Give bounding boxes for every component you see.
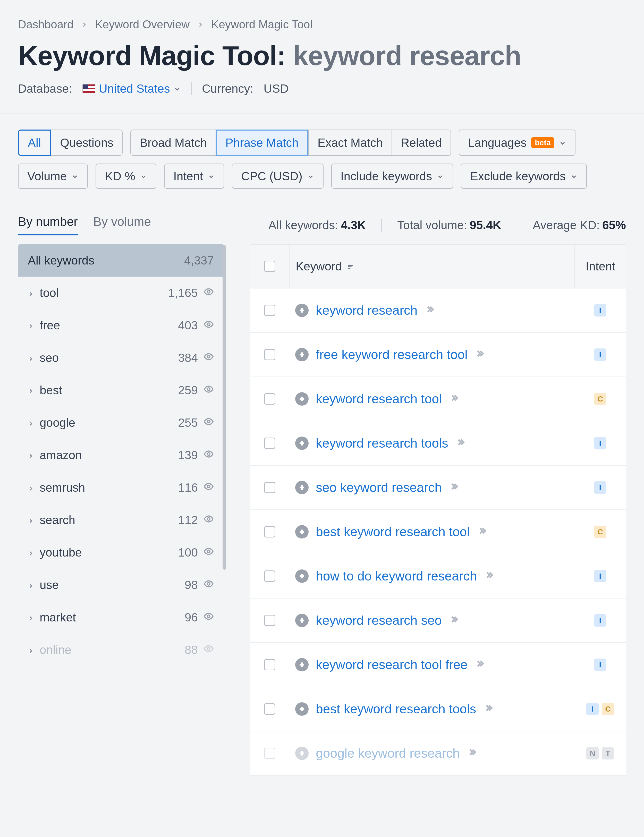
eye-icon[interactable]	[204, 513, 214, 527]
sidebar-item[interactable]: online88	[18, 633, 224, 666]
filter-exclude-keywords[interactable]: Exclude keywords	[461, 164, 587, 189]
eye-icon[interactable]	[204, 481, 214, 494]
add-icon[interactable]	[295, 525, 309, 538]
sidebar-item[interactable]: search112	[18, 504, 224, 536]
keyword-link[interactable]: keyword research seo	[316, 613, 442, 628]
add-icon[interactable]	[295, 702, 309, 716]
sidebar-item[interactable]: tool1,165	[18, 277, 224, 309]
keyword-link[interactable]: free keyword research tool	[316, 347, 468, 362]
row-checkbox[interactable]	[264, 438, 275, 449]
keyword-link[interactable]: best keyword research tools	[316, 702, 476, 717]
sidebar-item[interactable]: market96	[18, 601, 224, 633]
breadcrumb-item[interactable]: Dashboard	[18, 18, 74, 31]
double-chevron-right-icon[interactable]	[483, 703, 494, 716]
tab-phrase-match[interactable]: Phrase Match	[215, 130, 308, 156]
eye-icon[interactable]	[204, 545, 214, 560]
add-icon[interactable]	[295, 392, 309, 405]
keyword-link[interactable]: keyword research tool	[316, 391, 442, 406]
sidebar-item[interactable]: google255	[18, 406, 224, 439]
sidebar-item[interactable]: seo384	[18, 341, 224, 374]
eye-icon[interactable]	[204, 416, 214, 430]
intent-badge: I	[594, 437, 606, 450]
filter-include-keywords[interactable]: Include keywords	[331, 164, 453, 189]
row-checkbox[interactable]	[264, 305, 275, 316]
add-icon[interactable]	[295, 569, 309, 583]
filter-volume[interactable]: Volume	[18, 164, 88, 189]
double-chevron-right-icon[interactable]	[449, 614, 459, 627]
row-checkbox[interactable]	[264, 659, 275, 670]
select-all-checkbox[interactable]	[264, 261, 275, 272]
breadcrumb-item[interactable]: Keyword Magic Tool	[211, 18, 312, 31]
keyword-link[interactable]: google keyword research	[316, 746, 460, 761]
keyword-link[interactable]: best keyword research tool	[316, 524, 470, 539]
sidebar-item[interactable]: youtube100	[18, 536, 224, 569]
filter-kd[interactable]: KD %	[95, 164, 156, 189]
tab-all[interactable]: All	[18, 130, 51, 156]
svg-point-4	[207, 420, 210, 423]
row-checkbox[interactable]	[264, 748, 275, 759]
sidebar-item[interactable]: semrush116	[18, 471, 224, 504]
eye-icon[interactable]	[204, 383, 214, 397]
currency-label: Currency:	[202, 82, 253, 95]
double-chevron-right-icon[interactable]	[475, 348, 485, 361]
title-prefix: Keyword Magic Tool:	[18, 41, 293, 71]
add-icon[interactable]	[295, 348, 309, 361]
intent-cell: I	[575, 570, 626, 582]
column-header-intent[interactable]: Intent	[575, 245, 626, 288]
keyword-link[interactable]: seo keyword research	[316, 480, 442, 495]
eye-icon[interactable]	[204, 578, 214, 592]
sidebar-item-all-keywords[interactable]: All keywords 4,337	[18, 244, 224, 277]
double-chevron-right-icon[interactable]	[425, 304, 435, 317]
filter-intent[interactable]: Intent	[164, 164, 224, 189]
keyword-link[interactable]: keyword research tools	[316, 436, 448, 451]
row-checkbox[interactable]	[264, 570, 275, 582]
column-header-keyword[interactable]: Keyword	[289, 245, 575, 288]
add-icon[interactable]	[295, 304, 309, 317]
eye-icon[interactable]	[204, 448, 214, 462]
row-checkbox[interactable]	[264, 703, 275, 715]
eye-icon[interactable]	[204, 351, 214, 365]
add-icon[interactable]	[295, 437, 309, 450]
tab-questions[interactable]: Questions	[51, 130, 123, 156]
sidebar-item[interactable]: best259	[18, 374, 224, 406]
sidebar-item[interactable]: amazon139	[18, 439, 224, 471]
add-icon[interactable]	[295, 481, 309, 494]
divider	[191, 82, 192, 95]
tab-by-number[interactable]: By number	[18, 215, 78, 235]
filter-cpc[interactable]: CPC (USD)	[232, 164, 324, 189]
eye-icon[interactable]	[204, 611, 214, 624]
keyword-link[interactable]: keyword research tool free	[316, 657, 468, 672]
row-checkbox[interactable]	[264, 349, 275, 360]
sidebar-item[interactable]: free403	[18, 309, 224, 341]
row-checkbox[interactable]	[264, 526, 275, 537]
double-chevron-right-icon[interactable]	[449, 481, 459, 494]
tab-exact-match[interactable]: Exact Match	[308, 130, 391, 156]
row-checkbox[interactable]	[264, 615, 275, 626]
add-icon[interactable]	[295, 658, 309, 671]
table-row: seo keyword researchI	[250, 466, 626, 510]
keyword-link[interactable]: keyword research	[316, 303, 417, 318]
eye-icon[interactable]	[204, 643, 214, 657]
keyword-link[interactable]: how to do keyword research	[316, 569, 477, 584]
double-chevron-right-icon[interactable]	[477, 526, 487, 538]
double-chevron-right-icon[interactable]	[449, 393, 459, 405]
add-icon[interactable]	[295, 614, 309, 627]
tab-related[interactable]: Related	[391, 130, 451, 156]
double-chevron-right-icon[interactable]	[467, 747, 477, 760]
database-selector[interactable]: United States	[82, 82, 181, 95]
tab-broad-match[interactable]: Broad Match	[130, 130, 215, 156]
tab-by-volume[interactable]: By volume	[93, 215, 151, 235]
stat-value: 95.4K	[470, 218, 501, 232]
scrollbar[interactable]	[223, 245, 226, 569]
languages-dropdown[interactable]: Languages beta	[459, 130, 575, 156]
double-chevron-right-icon[interactable]	[475, 658, 485, 671]
row-checkbox[interactable]	[264, 393, 275, 405]
eye-icon[interactable]	[204, 318, 214, 332]
double-chevron-right-icon[interactable]	[484, 570, 495, 583]
eye-icon[interactable]	[204, 286, 214, 300]
breadcrumb-item[interactable]: Keyword Overview	[95, 18, 190, 31]
row-checkbox[interactable]	[264, 482, 275, 493]
double-chevron-right-icon[interactable]	[455, 437, 466, 450]
sidebar-item[interactable]: use98	[18, 569, 224, 601]
add-icon[interactable]	[295, 747, 309, 760]
